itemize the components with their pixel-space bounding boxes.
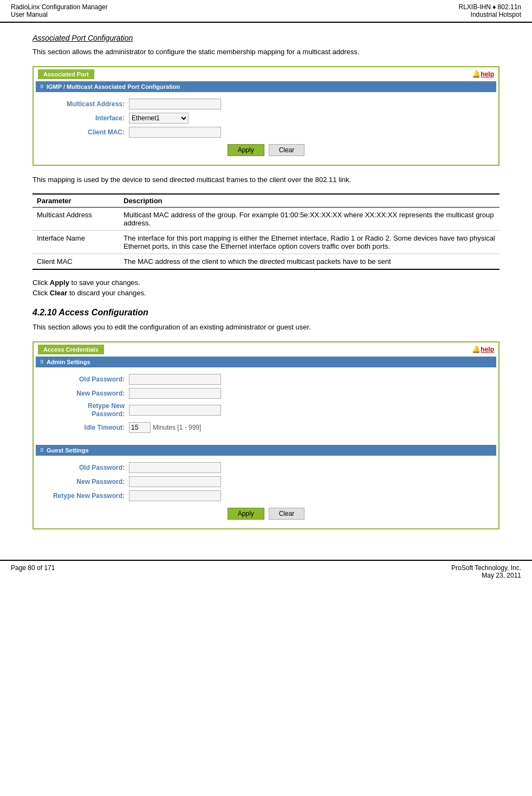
footer-page-number: Page 80 of 171	[11, 564, 55, 579]
click-clear-text: Click Clear to discard your changes.	[33, 289, 499, 297]
access-apply-button[interactable]: Apply	[228, 508, 264, 520]
param-desc: Multicast MAC address of the group. For …	[119, 208, 499, 231]
param-desc: The MAC address of the client to which t…	[119, 254, 499, 270]
access-button-row: Apply Clear	[42, 504, 490, 522]
help-icon[interactable]: 🔔help	[472, 70, 494, 78]
drag-icon: ⁝⁝	[40, 83, 43, 89]
associated-port-button-row: Apply Clear	[42, 141, 490, 158]
footer-date: May 23, 2011	[451, 572, 521, 579]
guest-drag-icon: ⁝⁝	[40, 447, 43, 453]
guest-old-password-input[interactable]	[129, 462, 221, 473]
access-credentials-widget: Access Credentials 🔔help ⁝⁝ Admin Settin…	[33, 341, 499, 529]
header-product: RLXIB-IHN ♦ 802.11n	[458, 3, 521, 11]
page-footer: Page 80 of 171 ProSoft Technology, Inc. …	[0, 560, 532, 583]
guest-new-password-row: New Password:	[42, 476, 490, 487]
associated-port-title: Associated Port Configuration	[33, 34, 499, 42]
guest-old-password-label: Old Password:	[42, 464, 129, 471]
header-left: RadioLinx Configuration Manager User Man…	[11, 3, 108, 18]
admin-drag-icon: ⁝⁝	[40, 359, 43, 365]
admin-settings-header: ⁝⁝ Admin Settings	[36, 357, 496, 367]
multicast-address-label: Multicast Address:	[42, 100, 129, 108]
param-name: Client MAC	[33, 254, 119, 270]
desc-col-header: Description	[119, 194, 499, 208]
access-help-icon[interactable]: 🔔help	[472, 345, 494, 353]
associated-port-form: Multicast Address: Interface: Ethernet1 …	[34, 94, 498, 165]
guest-new-password-input[interactable]	[129, 476, 221, 487]
header-manual: User Manual	[11, 11, 108, 18]
admin-retype-password-row: Retype NewPassword:	[42, 402, 490, 419]
guest-retype-password-input[interactable]	[129, 490, 221, 501]
param-col-header: Parameter	[33, 194, 119, 208]
guest-old-password-row: Old Password:	[42, 462, 490, 473]
associated-port-desc: This section allows the administrator to…	[33, 47, 499, 57]
access-widget-top-bar: Access Credentials 🔔help	[34, 342, 498, 354]
access-config-section: 4.2.10 Access Configuration This section…	[33, 308, 499, 529]
admin-new-password-row: New Password:	[42, 388, 490, 399]
section-4210-title: 4.2.10 Access Configuration	[33, 308, 499, 318]
idle-timeout-group: Minutes [1 - 999]	[129, 422, 201, 433]
footer-right: ProSoft Technology, Inc. May 23, 2011	[451, 564, 521, 579]
associated-port-widget: Associated Port 🔔help ⁝⁝ IGMP / Multicas…	[33, 66, 499, 166]
guest-header-label: Guest Settings	[47, 447, 89, 454]
footer-company: ProSoft Technology, Inc.	[451, 564, 521, 572]
interface-row: Interface: Ethernet1 Radio1 Radio2	[42, 113, 490, 124]
clear-bold: Clear	[50, 289, 68, 297]
admin-old-password-input[interactable]	[129, 374, 221, 385]
admin-retype-password-label: Retype NewPassword:	[42, 402, 129, 419]
interface-label: Interface:	[42, 114, 129, 122]
table-row: Multicast AddressMulticast MAC address o…	[33, 208, 499, 231]
multicast-address-row: Multicast Address:	[42, 99, 490, 109]
param-desc: The interface for this port mapping is e…	[119, 231, 499, 254]
admin-old-password-label: Old Password:	[42, 376, 129, 383]
guest-retype-password-row: Retype New Password:	[42, 490, 490, 501]
page-header: RadioLinx Configuration Manager User Man…	[0, 0, 532, 23]
apply-bold: Apply	[50, 279, 69, 287]
interface-select[interactable]: Ethernet1 Radio1 Radio2	[129, 113, 189, 124]
click-apply-text: Click Apply to save your changes.	[33, 279, 499, 287]
page-content: Associated Port Configuration This secti…	[0, 23, 532, 549]
header-right: RLXIB-IHN ♦ 802.11n Industrial Hotspot	[458, 3, 521, 18]
admin-old-password-row: Old Password:	[42, 374, 490, 385]
admin-settings-form: Old Password: New Password: Retype NewPa…	[34, 370, 498, 443]
access-widget-tab-label: Access Credentials	[38, 345, 104, 354]
section-4210-desc: This section allows you to edit the conf…	[33, 322, 499, 333]
admin-new-password-label: New Password:	[42, 390, 129, 397]
widget-tab-label: Associated Port	[38, 69, 94, 79]
widget-top-bar: Associated Port 🔔help	[34, 67, 498, 79]
igmp-header-label: IGMP / Multicast Associated Port Configu…	[47, 83, 180, 90]
table-row: Interface NameThe interface for this por…	[33, 231, 499, 254]
header-app-name: RadioLinx Configuration Manager	[11, 3, 108, 11]
param-name: Multicast Address	[33, 208, 119, 231]
idle-timeout-suffix: Minutes [1 - 999]	[153, 424, 201, 431]
client-mac-row: Client MAC:	[42, 127, 490, 138]
associated-port-apply-button[interactable]: Apply	[228, 144, 264, 156]
param-table: Parameter Description Multicast AddressM…	[33, 193, 499, 270]
guest-settings-header: ⁝⁝ Guest Settings	[36, 445, 496, 456]
client-mac-input[interactable]	[129, 127, 221, 138]
igmp-section-header: ⁝⁝ IGMP / Multicast Associated Port Conf…	[36, 81, 496, 92]
admin-retype-password-input[interactable]	[129, 405, 221, 416]
multicast-address-input[interactable]	[129, 99, 221, 109]
client-mac-label: Client MAC:	[42, 128, 129, 136]
associated-port-clear-button[interactable]: Clear	[269, 144, 305, 156]
header-product-type: Industrial Hotspot	[458, 11, 521, 18]
mapping-desc: This mapping is used by the device to se…	[33, 174, 499, 185]
table-row: Client MACThe MAC address of the client …	[33, 254, 499, 270]
param-name: Interface Name	[33, 231, 119, 254]
associated-port-section: Associated Port Configuration This secti…	[33, 34, 499, 297]
guest-new-password-label: New Password:	[42, 478, 129, 486]
guest-settings-form: Old Password: New Password: Retype New P…	[34, 458, 498, 528]
admin-new-password-input[interactable]	[129, 388, 221, 399]
admin-idle-timeout-row: Idle Timeout: Minutes [1 - 999]	[42, 422, 490, 433]
admin-idle-timeout-label: Idle Timeout:	[42, 424, 129, 431]
guest-retype-password-label: Retype New Password:	[42, 492, 129, 500]
admin-header-label: Admin Settings	[47, 359, 90, 365]
idle-timeout-input[interactable]	[129, 422, 151, 433]
access-clear-button[interactable]: Clear	[269, 508, 305, 520]
